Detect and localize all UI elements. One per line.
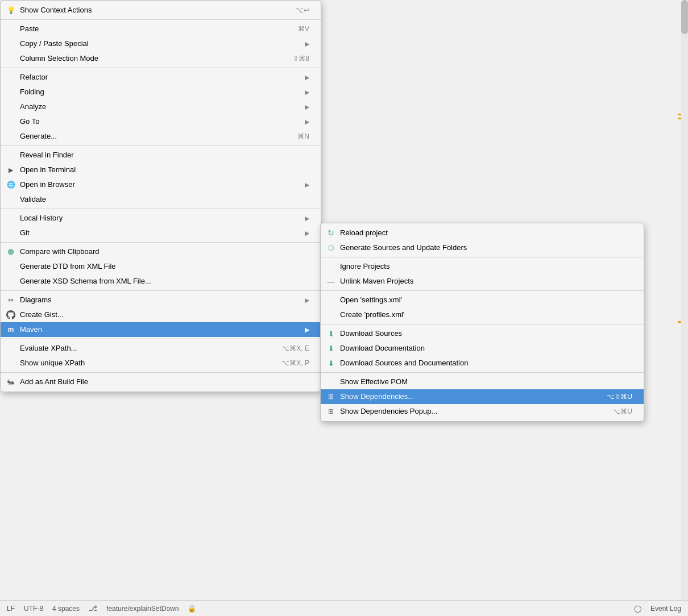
menu-label: Maven	[20, 325, 300, 335]
menu-item-download-sources-docs[interactable]: ⬇ Download Sources and Documentation	[321, 356, 644, 371]
menu-label: Evaluate XPath...	[20, 344, 270, 353]
menu-label: Show Dependencies Popup...	[340, 407, 601, 417]
menu-item-compare-clipboard[interactable]: ⊕ Compare with Clipboard	[1, 244, 321, 259]
menu-label: Local History	[20, 214, 300, 223]
menu-item-maven[interactable]: m Maven ▶	[1, 322, 321, 337]
menu-label: Open in Browser	[20, 180, 300, 190]
menu-item-evaluate-xpath[interactable]: Evaluate XPath... ⌥⌘X, E	[1, 341, 321, 356]
status-bar: LF UTF-8 4 spaces ⎇ feature/explainSetDo…	[0, 600, 688, 616]
arrow-icon: ▶	[305, 230, 309, 237]
arrow-icon: ▶	[305, 40, 309, 48]
ant-icon: 🐜	[5, 376, 16, 388]
menu-item-show-unique-xpath[interactable]: Show unique XPath ⌥⌘X, P	[1, 356, 321, 371]
menu-label: Show Dependencies...	[340, 392, 595, 402]
maven-icon: m	[5, 324, 16, 335]
deps-icon: ⊞	[325, 391, 337, 402]
menu-item-open-settings-xml[interactable]: Open 'settings.xml'	[321, 293, 644, 307]
arrow-icon: ▶	[305, 297, 309, 304]
download-sources-icon: ⬇	[325, 328, 337, 339]
status-lf[interactable]: LF	[7, 605, 15, 613]
menu-label: Download Sources	[340, 329, 632, 339]
menu-item-add-ant[interactable]: 🐜 Add as Ant Build File	[1, 374, 321, 389]
empty-icon	[5, 261, 16, 272]
empty-icon	[5, 343, 16, 354]
reload-icon: ↻	[325, 227, 337, 239]
status-branch[interactable]: feature/explainSetDown	[106, 605, 179, 613]
menu-item-download-docs[interactable]: ⬇ Download Documentation	[321, 341, 644, 356]
menu-item-create-profiles-xml[interactable]: Create 'profiles.xml'	[321, 307, 644, 322]
menu-item-open-browser[interactable]: 🌐 Open in Browser ▶	[1, 177, 321, 192]
menu-label: Open in Terminal	[20, 165, 309, 175]
empty-icon	[325, 376, 337, 388]
arrow-icon: ▶	[305, 215, 309, 222]
empty-icon	[5, 86, 16, 98]
terminal-icon: ▶	[5, 164, 16, 176]
menu-item-generate-sources[interactable]: ⬡ Generate Sources and Update Folders	[321, 240, 644, 255]
status-event-log[interactable]: Event Log	[650, 605, 681, 613]
menu-shortcut: ⌘V	[298, 25, 309, 33]
menu-label: Create 'profiles.xml'	[340, 310, 632, 320]
menu-item-generate[interactable]: Generate... ⌘N	[1, 129, 321, 144]
paste-icon	[5, 23, 16, 35]
menu-item-folding[interactable]: Folding ▶	[1, 85, 321, 99]
menu-item-validate[interactable]: Validate	[1, 192, 321, 207]
empty-icon	[5, 276, 16, 287]
menu-label: Reveal in Finder	[20, 151, 309, 160]
menu-item-create-gist[interactable]: Create Gist...	[1, 307, 321, 322]
menu-shortcut: ⌥⌘X, P	[281, 359, 309, 367]
scrollbar-thumb[interactable]	[681, 0, 688, 34]
menu-label: Column Selection Mode	[20, 54, 281, 64]
menu-item-go-to[interactable]: Go To ▶	[1, 114, 321, 129]
empty-icon	[325, 261, 337, 272]
menu-item-local-history[interactable]: Local History ▶	[1, 211, 321, 226]
menu-label: Download Documentation	[340, 344, 632, 353]
menu-item-analyze[interactable]: Analyze ▶	[1, 99, 321, 114]
menu-item-ignore-projects[interactable]: Ignore Projects	[321, 259, 644, 274]
menu-label: Paste	[20, 24, 287, 34]
lock-icon: 🔒	[188, 605, 196, 613]
menu-item-column-selection[interactable]: Column Selection Mode ⇧⌘8	[1, 51, 321, 66]
menu-item-reload-project[interactable]: ↻ Reload project	[321, 226, 644, 240]
menu-item-reveal-finder[interactable]: Reveal in Finder	[1, 148, 321, 163]
secondary-context-menu: ↻ Reload project ⬡ Generate Sources and …	[320, 223, 644, 422]
menu-item-show-effective-pom[interactable]: Show Effective POM	[321, 374, 644, 389]
menu-item-show-dependencies[interactable]: ⊞ Show Dependencies... ⌥⇧⌘U	[321, 389, 644, 404]
empty-icon	[5, 131, 16, 142]
sep-sec-1	[321, 257, 644, 257]
menu-label: Diagrams	[20, 295, 300, 305]
menu-item-paste[interactable]: Paste ⌘V	[1, 22, 321, 36]
sep-6	[1, 339, 321, 339]
menu-label: Show unique XPath	[20, 359, 270, 368]
menu-item-git[interactable]: Git ▶	[1, 226, 321, 240]
arrow-icon: ▶	[305, 89, 309, 96]
menu-label: Git	[20, 228, 300, 238]
download-docs-icon: ⬇	[325, 343, 337, 354]
menu-item-generate-dtd[interactable]: Generate DTD from XML File	[1, 259, 321, 274]
sep-3	[1, 209, 321, 209]
menu-label: Show Effective POM	[340, 377, 632, 387]
menu-item-unlink-maven[interactable]: — Unlink Maven Projects	[321, 274, 644, 289]
menu-item-generate-xsd[interactable]: Generate XSD Schema from XML File...	[1, 274, 321, 289]
menu-label: Reload project	[340, 228, 632, 238]
menu-label: Analyze	[20, 102, 300, 112]
scrollbar-track[interactable]	[681, 0, 688, 616]
status-encoding[interactable]: UTF-8	[24, 605, 43, 613]
globe-icon: 🌐	[5, 179, 16, 190]
menu-item-copy-paste-special[interactable]: Copy / Paste Special ▶	[1, 36, 321, 51]
menu-item-open-terminal[interactable]: ▶ Open in Terminal	[1, 163, 321, 177]
menu-shortcut: ⌥⌘X, E	[281, 344, 309, 352]
menu-item-diagrams[interactable]: ⇔ Diagrams ▶	[1, 293, 321, 307]
menu-item-refactor[interactable]: Refactor ▶	[1, 70, 321, 85]
menu-item-show-context-actions[interactable]: 💡 Show Context Actions ⌥↩	[1, 3, 321, 18]
arrow-icon: ▶	[305, 103, 309, 111]
menu-item-show-dependencies-popup[interactable]: ⊞ Show Dependencies Popup... ⌥⌘U	[321, 404, 644, 419]
sep-4	[1, 242, 321, 243]
arrow-icon: ▶	[305, 118, 309, 126]
menu-item-download-sources[interactable]: ⬇ Download Sources	[321, 326, 644, 341]
menu-label: Folding	[20, 88, 300, 97]
status-spaces[interactable]: 4 spaces	[52, 605, 80, 613]
menu-label: Generate DTD from XML File	[20, 262, 309, 272]
menu-shortcut: ⌥↩	[296, 6, 309, 14]
menu-shortcut: ⌥⌘U	[612, 407, 632, 415]
sep-sec-2	[321, 290, 644, 291]
